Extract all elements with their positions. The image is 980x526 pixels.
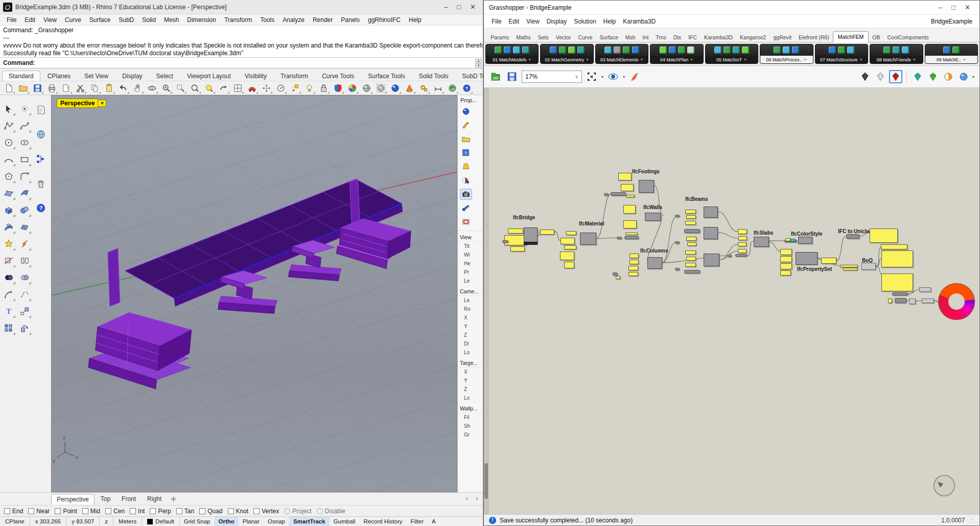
color-wheel-icon[interactable] [345, 82, 359, 95]
ribbon-component-icon[interactable] [792, 47, 799, 54]
status-toggle-gumball[interactable]: Gumball [330, 517, 360, 526]
ribbon-component-icon[interactable] [495, 47, 502, 54]
status-toggle-planar[interactable]: Planar [239, 517, 264, 526]
component-tab-maths[interactable]: Maths [512, 32, 534, 42]
ball-orange-icon[interactable] [942, 70, 955, 83]
panel-component[interactable] [888, 299, 892, 303]
move-icon[interactable] [260, 82, 273, 95]
properties-display-icon[interactable] [460, 175, 472, 186]
toolbar-tab-select[interactable]: Select [150, 71, 180, 81]
component-tab-params[interactable]: Params [487, 32, 512, 42]
ribbon-component-icon[interactable] [669, 47, 676, 54]
osnap-checkbox-project[interactable]: Project [284, 508, 311, 515]
properties-info-icon[interactable]: ? [460, 147, 472, 158]
panel-component[interactable] [785, 238, 790, 241]
loft-tool-icon[interactable] [1, 219, 16, 234]
toolbar-tab-display[interactable]: Display [115, 71, 149, 81]
ribbon-component-icon[interactable] [513, 47, 520, 54]
properties-ball-icon[interactable] [460, 106, 472, 117]
fillet2-tool-icon[interactable] [1, 287, 16, 302]
viewport-tab-perspective[interactable]: Perspective [51, 494, 95, 505]
param-component[interactable] [502, 240, 508, 243]
ribbon-group-dropdown-icon[interactable]: ▼ [913, 58, 916, 61]
panel-component[interactable] [687, 242, 696, 246]
rhino-menu-ggrhinoifc[interactable]: ggRhinoIFC [364, 15, 404, 25]
osnap-checkbox-cen[interactable]: Cen [105, 508, 125, 515]
ribbon-group-dropdown-icon[interactable]: ▼ [743, 58, 747, 61]
ribbon-component-icon[interactable] [774, 47, 781, 54]
ribbon-component-icon[interactable] [724, 47, 731, 54]
orbit-icon[interactable] [145, 82, 159, 95]
param-component[interactable] [624, 236, 639, 239]
rhino-menu-view[interactable]: View [40, 15, 60, 25]
sphere-gray-icon[interactable] [360, 82, 374, 95]
panel-component[interactable] [685, 250, 696, 255]
panel-component[interactable] [623, 205, 636, 214]
osnap-checkbox-int[interactable]: Int [130, 508, 145, 515]
gh-component[interactable] [639, 180, 654, 193]
resize-grip[interactable]: .:: [969, 517, 974, 523]
rhino-menu-panels[interactable]: Panels [337, 15, 363, 25]
zoom-dropdown-caret-icon[interactable]: ∨ [575, 74, 578, 79]
rect-tool-icon[interactable] [17, 152, 32, 167]
undo-view-icon[interactable] [217, 82, 230, 95]
zoom-extents-caret-icon[interactable]: ▾ [601, 75, 603, 79]
ribbon-component-icon[interactable] [678, 47, 685, 54]
light-component[interactable] [909, 299, 916, 304]
open-icon[interactable] [16, 82, 30, 95]
ribbon-component-icon[interactable] [660, 47, 667, 54]
param-component[interactable] [684, 270, 700, 273]
param-component[interactable] [675, 215, 680, 217]
panel-component[interactable] [881, 273, 913, 291]
ribbon-component-icon[interactable] [614, 47, 621, 54]
toolbar-tab-curve-tools[interactable]: Curve Tools [315, 71, 361, 81]
blend-tool-icon[interactable] [17, 287, 32, 302]
param-component[interactable] [684, 229, 700, 233]
cone-icon[interactable] [403, 82, 416, 95]
gumball-icon[interactable] [288, 82, 302, 95]
panel-component[interactable] [625, 233, 638, 235]
curve-tool-icon[interactable] [17, 118, 32, 133]
viewport-tab-top[interactable]: Top [96, 494, 115, 504]
panel-component[interactable] [840, 265, 858, 267]
ribbon-group-2[interactable]: 02 MatchGeometry▼ [540, 44, 593, 64]
rhino-menu-tools[interactable]: Tools [256, 15, 278, 25]
panel-component[interactable] [686, 237, 696, 241]
osnap-checkbox-end[interactable]: End [4, 508, 23, 515]
gh-minimize-button[interactable]: – [939, 4, 942, 11]
gh-component[interactable] [580, 233, 596, 245]
document-selector[interactable]: BridgeExample [931, 18, 975, 25]
rhino-menu-transform[interactable]: Transform [221, 15, 255, 25]
pointer-tool-icon[interactable] [1, 101, 16, 116]
param-component[interactable] [613, 272, 618, 276]
light-component[interactable] [919, 287, 931, 292]
param-component[interactable] [675, 241, 680, 244]
fillet-tool-icon[interactable] [17, 169, 32, 184]
gh-menu-solution[interactable]: Solution [570, 17, 599, 26]
viewport-label[interactable]: Perspective ▼ [57, 99, 106, 108]
osnap-checkbox-disable[interactable]: Disable [317, 508, 345, 515]
panel-component[interactable] [738, 249, 746, 253]
ribbon-component-icon[interactable] [522, 47, 529, 54]
car-icon[interactable] [245, 82, 259, 95]
dimension-icon[interactable] [431, 82, 445, 95]
component-tab-ggrevit[interactable]: ggRevit [769, 32, 795, 42]
ribbon-component-icon[interactable] [893, 47, 900, 54]
properties-folder-icon[interactable] [460, 133, 472, 145]
ribbon-group-5[interactable]: 05 MatchIoT▼ [705, 44, 758, 64]
rhino-titlebar[interactable]: BridgeExample.3dm (3 MB) - Rhino 7 Educa… [0, 0, 483, 14]
light-component[interactable] [861, 263, 876, 270]
toolbar-tab-viewport-layout[interactable]: Viewport Layout [180, 71, 238, 81]
component-tab-msh[interactable]: Msh [622, 32, 639, 42]
status-segment-5[interactable]: Default [142, 517, 179, 526]
panel-component[interactable] [780, 263, 792, 269]
draw-brush-icon[interactable] [628, 70, 641, 83]
panel-component[interactable] [738, 236, 747, 240]
ribbon-component-icon[interactable] [742, 47, 749, 54]
osnap-checkbox-near[interactable]: Near [28, 508, 50, 515]
toolbar-tab-solid-tools[interactable]: Solid Tools [412, 71, 455, 81]
zoom-window-icon[interactable] [174, 82, 188, 95]
ribbon-component-icon[interactable] [577, 47, 585, 54]
gh-close-button[interactable]: ✕ [965, 4, 970, 11]
scale-tool-icon[interactable] [17, 304, 32, 318]
